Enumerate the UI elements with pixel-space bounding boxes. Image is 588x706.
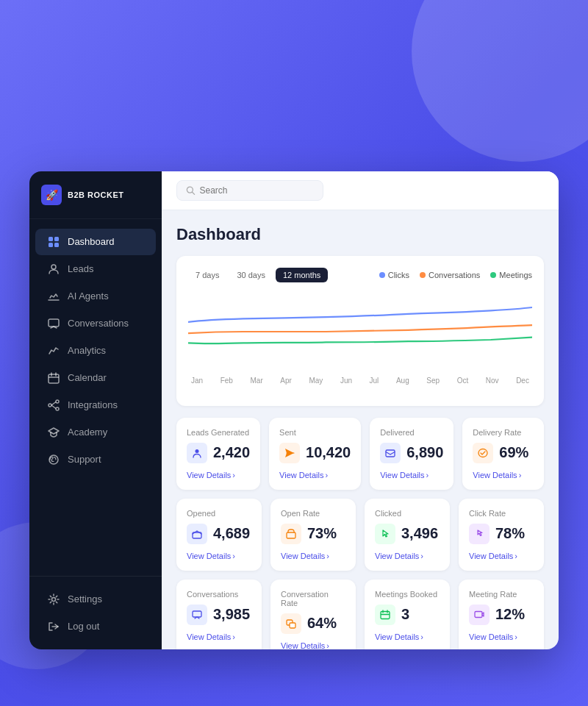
sidebar-item-academy[interactable]: Academy: [35, 419, 156, 446]
svg-rect-17: [193, 611, 201, 617]
search-input[interactable]: [200, 185, 314, 196]
time-buttons: 7 days 30 days 12 months: [188, 268, 328, 282]
legend-clicks: Clicks: [379, 271, 409, 279]
x-label: Apr: [280, 377, 292, 385]
sidebar-nav: Dashboard Leads: [29, 219, 162, 576]
stat-value: 3,496: [401, 525, 438, 542]
chart-controls: 7 days 30 days 12 months Clicks Con: [188, 268, 532, 282]
legend-meetings: Meetings: [490, 271, 532, 279]
sidebar-item-calendar[interactable]: Calendar: [35, 365, 156, 391]
legend-meetings-dot: [490, 272, 496, 278]
stat-card-leads-generated: Leads Generated 2,420 View Details ›: [176, 418, 260, 490]
svg-rect-6: [49, 374, 59, 383]
svg-rect-3: [54, 243, 59, 247]
svg-rect-21: [475, 611, 482, 617]
leads-icon: [47, 263, 60, 276]
time-btn-12months[interactable]: 12 months: [276, 268, 328, 282]
legend-clicks-dot: [379, 272, 385, 278]
stat-icon-conversations: [187, 605, 207, 625]
time-btn-30days[interactable]: 30 days: [229, 268, 273, 282]
sidebar-item-dashboard[interactable]: Dashboard: [35, 229, 156, 255]
svg-rect-0: [49, 237, 53, 241]
chart-svg: [188, 291, 532, 372]
x-labels: Jan Feb Mar Apr May Jun Jul Aug Sep Oct …: [188, 377, 532, 385]
stat-value: 73%: [307, 525, 337, 542]
chart-legend: Clicks Conversations Meetings: [379, 271, 532, 279]
search-box[interactable]: [176, 180, 323, 201]
stats-row-3: Conversations 3,985 View Details › Con: [176, 580, 544, 649]
view-details-link[interactable]: View Details ›: [187, 632, 251, 641]
sidebar-bottom: Settings Log out: [29, 576, 162, 649]
view-details-link[interactable]: View Details ›: [473, 471, 534, 479]
stat-icon-clicked: [375, 524, 395, 544]
ai-agents-icon: [47, 290, 60, 303]
dashboard-icon: [47, 235, 60, 249]
x-label: Dec: [516, 377, 529, 385]
view-details-link[interactable]: View Details ›: [281, 552, 345, 560]
stat-icon-open-rate: [281, 524, 301, 544]
main-content: Dashboard 7 days 30 days 12 months Click…: [162, 171, 559, 649]
sidebar-item-leads[interactable]: Leads: [35, 256, 156, 282]
sidebar-item-label: Conversations: [68, 318, 129, 329]
x-label: Jul: [370, 377, 379, 385]
support-icon: [47, 453, 60, 466]
stat-card-meeting-rate: Meeting Rate 12% View Details ›: [459, 580, 544, 649]
view-details-link[interactable]: View Details ›: [469, 632, 534, 641]
legend-conversations: Conversations: [420, 271, 480, 279]
sidebar-item-label: Settings: [68, 593, 102, 605]
stat-value: 3,985: [213, 606, 250, 623]
stat-card-meetings-booked: Meetings Booked 3 View Details ›: [365, 580, 450, 649]
x-label: Feb: [220, 377, 233, 385]
svg-point-13: [196, 449, 199, 453]
stat-card-conversation-rate: Conversation Rate 64% View Details ›: [270, 580, 356, 649]
sidebar-item-label: Analytics: [68, 345, 106, 356]
sidebar-item-conversations[interactable]: Conversations: [35, 310, 156, 337]
stats-row-2: Opened 4,689 View Details › Open Rate: [176, 499, 544, 571]
view-details-link[interactable]: View Details ›: [375, 552, 440, 560]
sidebar-item-analytics[interactable]: Analytics: [35, 338, 156, 364]
sidebar-item-label: Log out: [68, 621, 99, 632]
stat-card-opened: Opened 4,689 View Details ›: [176, 499, 262, 571]
logout-icon: [47, 620, 60, 633]
stat-icon-click-rate: [469, 524, 490, 544]
view-details-link[interactable]: View Details ›: [281, 641, 345, 649]
x-label: May: [309, 377, 323, 385]
sidebar-item-integrations[interactable]: Integrations: [35, 392, 156, 418]
svg-point-4: [51, 265, 56, 269]
time-btn-7days[interactable]: 7 days: [188, 268, 226, 282]
stat-value: 2,420: [213, 444, 250, 461]
view-details-link[interactable]: View Details ›: [279, 471, 351, 479]
topbar: [162, 171, 559, 210]
stat-icon-meeting-rate: [469, 605, 490, 625]
view-details-link[interactable]: View Details ›: [469, 552, 534, 560]
analytics-icon: [47, 344, 60, 357]
sidebar-item-support[interactable]: Support: [35, 446, 156, 473]
x-label: Nov: [486, 377, 499, 385]
legend-conversations-dot: [420, 272, 426, 278]
settings-icon: [47, 593, 60, 606]
chart-area: Jan Feb Mar Apr May Jun Jul Aug Sep Oct …: [188, 291, 532, 394]
view-details-link[interactable]: View Details ›: [375, 632, 440, 641]
view-details-link[interactable]: View Details ›: [380, 471, 443, 479]
academy-icon: [47, 426, 60, 439]
sidebar-item-settings[interactable]: Settings: [35, 586, 156, 613]
stat-icon-sent: [279, 443, 300, 463]
view-details-link[interactable]: View Details ›: [187, 552, 251, 560]
sidebar-item-label: AI Agents: [68, 290, 109, 302]
stat-icon-conversation-rate: [281, 613, 301, 634]
x-label: Aug: [396, 377, 409, 385]
sidebar-item-ai-agents[interactable]: AI Agents: [35, 283, 156, 310]
sidebar-item-label: Academy: [68, 427, 107, 438]
stat-card-conversations: Conversations 3,985 View Details ›: [176, 580, 262, 649]
stat-icon-opened: [187, 524, 207, 544]
svg-rect-16: [287, 532, 295, 538]
sidebar-item-logout[interactable]: Log out: [35, 613, 156, 640]
x-label: Sep: [426, 377, 440, 385]
stat-value: 4,689: [213, 525, 250, 542]
search-icon: [186, 185, 196, 196]
x-label: Oct: [457, 377, 469, 385]
sidebar: 🚀 B2B ROCKET Dashboard: [29, 171, 162, 649]
svg-rect-2: [49, 243, 53, 247]
view-details-link[interactable]: View Details ›: [187, 471, 250, 479]
stat-card-delivery-rate: Delivery Rate 69% View Details ›: [462, 418, 544, 490]
